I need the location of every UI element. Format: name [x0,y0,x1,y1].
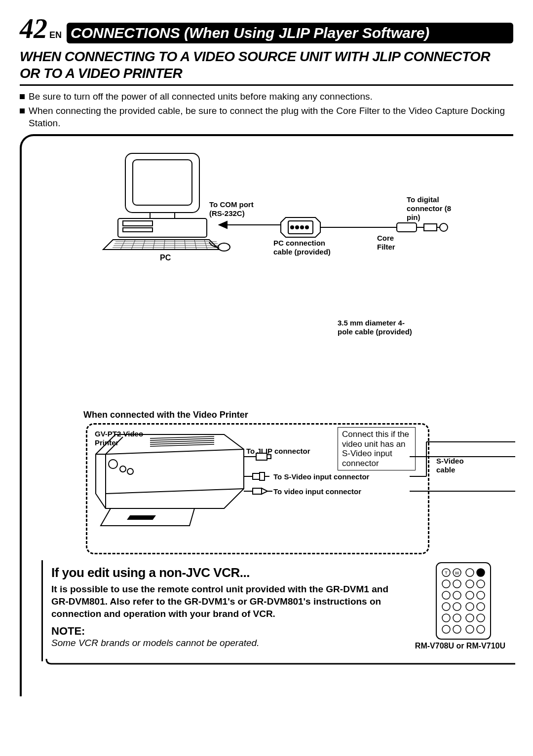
bottom-left-rule [41,560,43,661]
edit-body: It is possible to use the remote control… [51,583,407,620]
svg-rect-4 [123,221,152,226]
to-jlip-label: To JLIP connector [246,447,310,456]
svg-point-26 [305,226,308,229]
pc-label: PC [160,253,171,262]
bullet-text: Be sure to turn off the power of all con… [29,91,373,103]
core-filter-label: Core Filter [377,234,412,252]
bullet-icon [20,94,25,99]
chapter-title: CONNECTIONS (When Using JLIP Player Soft… [67,23,513,43]
svg-text:W: W [455,571,459,576]
svg-marker-21 [219,221,227,228]
remote-icon: T W [431,560,495,644]
svg-point-54 [477,569,485,576]
svg-point-6 [218,243,230,251]
manual-page: 42 EN CONNECTIONS (When Using JLIP Playe… [0,0,533,716]
pole-cable-label: 3.5 mm diameter 4-pole cable (provided) [338,319,417,336]
connection-diagram: To COM port (RS-232C) PC PC connection c… [20,134,513,696]
svg-point-23 [291,226,294,229]
to-svideo-label: To S-Video input connector [273,472,369,481]
svideo-note: Connect this if the video unit has an S-… [338,427,416,470]
pc-cable-label: PC connection cable (provided) [273,239,343,256]
bottom-rule [41,659,515,674]
svg-point-25 [301,226,304,229]
bottom-section: If you edit using a non-JVC VCR... It is… [51,565,505,648]
printer-label: GV-PT2 Video Printer [95,430,154,447]
printer-section-heading: When connected with the Video Printer [83,410,248,420]
section-heading: When Connecting to a Video Source Unit w… [20,48,513,86]
bullet-icon [20,108,25,113]
language-code: EN [49,30,62,40]
svg-text:T: T [445,571,448,576]
svg-rect-5 [123,228,152,232]
svg-rect-2 [150,213,175,218]
bullet-text: When connecting the provided cable, be s… [29,105,513,129]
page-number: 42 [20,15,47,42]
svg-rect-1 [133,160,192,205]
svg-rect-28 [397,223,417,232]
svg-point-30 [440,223,448,231]
svg-rect-29 [424,224,437,231]
to-video-label: To video input connector [273,487,361,496]
to-com-port-label: To COM port (RS-232C) [209,200,268,218]
to-digital-label: To digital connector (8 pin) [407,195,456,222]
svg-point-24 [296,226,299,229]
remote-model-label: RM-V708U or RM-V710U [415,642,505,650]
header: 42 EN CONNECTIONS (When Using JLIP Playe… [20,15,513,43]
svideo-cable-label: S-Video cable [436,457,476,474]
intro-bullets: Be sure to turn off the power of all con… [20,91,513,129]
